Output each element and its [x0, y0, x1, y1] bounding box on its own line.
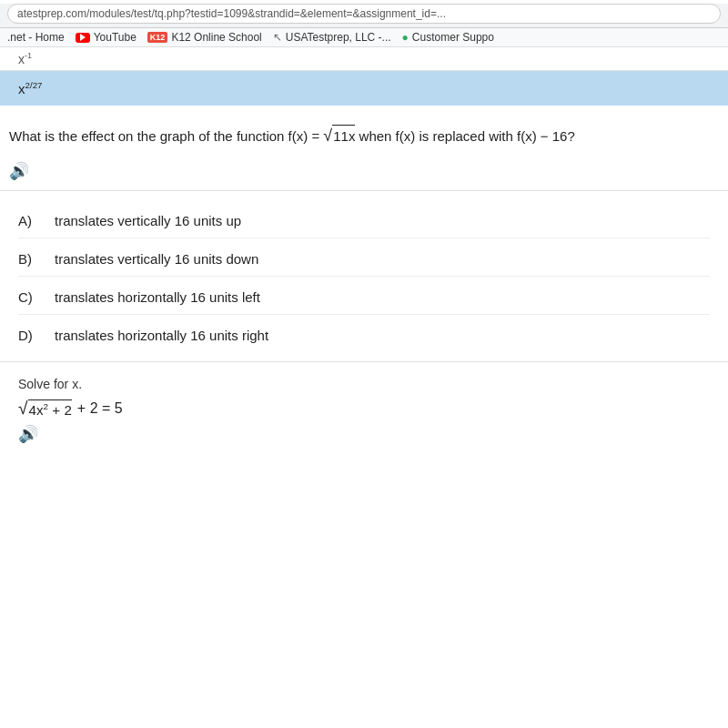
previous-answer: x-1 — [0, 47, 728, 71]
support-icon: ● — [402, 31, 409, 44]
main-content: x-1 x2/27 What is the effect on the grap… — [0, 47, 728, 448]
bookmark-label: USATestprep, LLC -... — [286, 31, 391, 44]
bookmark-label: Customer Suppo — [412, 31, 494, 44]
choice-text-a: translates vertically 16 units up — [55, 213, 241, 228]
question-text-before: What is the effect on the graph of the f… — [9, 128, 323, 144]
question-section: What is the effect on the graph of the f… — [0, 106, 728, 191]
choice-row-a[interactable]: A) translates vertically 16 units up — [18, 200, 710, 238]
next-speaker-icon: 🔊 — [18, 424, 38, 444]
cursor-icon: ↖ — [273, 31, 282, 44]
next-sqrt-content: 4x2 + 2 — [28, 399, 72, 418]
bookmark-k12[interactable]: K12 K12 Online School — [147, 31, 262, 44]
sqrt-symbol: √ — [323, 124, 332, 148]
bookmark-label: .net - Home — [7, 31, 65, 44]
choices-section: A) translates vertically 16 units up B) … — [0, 191, 728, 361]
bookmark-youtube[interactable]: YouTube — [76, 31, 136, 44]
next-sqrt-symbol: √ — [18, 399, 28, 419]
youtube-icon — [76, 33, 90, 43]
choice-text-d: translates horizontally 16 units right — [55, 328, 268, 343]
bookmark-net-home[interactable]: .net - Home — [7, 31, 65, 44]
highlighted-answer-text: x2/27 — [18, 81, 42, 96]
bookmarks-bar: .net - Home YouTube K12 K12 Online Schoo… — [0, 28, 728, 47]
question-text-after: when f(x) is replaced with f(x) − 16? — [359, 128, 575, 144]
bookmark-label: K12 Online School — [171, 31, 261, 44]
bookmark-customer-support[interactable]: ● Customer Suppo — [402, 31, 494, 44]
choice-row-b[interactable]: B) translates vertically 16 units down — [18, 238, 710, 277]
next-question-label: Solve for x. — [18, 377, 710, 391]
next-formula-rest: + 2 = 5 — [77, 400, 123, 417]
choice-text-b: translates vertically 16 units down — [55, 251, 258, 267]
choice-label-c: C) — [18, 289, 55, 305]
next-question-section: Solve for x. √ 4x2 + 2 + 2 = 5 🔊 — [0, 361, 728, 448]
audio-button[interactable]: 🔊 — [9, 161, 29, 181]
address-bar[interactable]: atestprep.com/modules/test/tq.php?testid… — [7, 4, 721, 24]
bookmark-usatestprep[interactable]: ↖ USATestprep, LLC -... — [273, 31, 391, 44]
speaker-icon: 🔊 — [9, 161, 29, 181]
next-audio-button[interactable]: 🔊 — [18, 424, 38, 444]
choice-label-b: B) — [18, 251, 55, 267]
choice-row-d[interactable]: D) translates horizontally 16 units righ… — [18, 315, 710, 352]
choice-row-c[interactable]: C) translates horizontally 16 units left — [18, 277, 710, 315]
choice-text-c: translates horizontally 16 units left — [55, 289, 260, 305]
choice-label-a: A) — [18, 213, 55, 228]
k12-badge: K12 — [147, 32, 168, 43]
next-question-formula: √ 4x2 + 2 + 2 = 5 — [18, 399, 710, 419]
prev-answer-text: x-1 — [18, 52, 32, 66]
sqrt-expression: √ 11x — [323, 124, 355, 148]
bookmark-label: YouTube — [94, 31, 136, 44]
choice-label-d: D) — [18, 328, 55, 343]
question-text: What is the effect on the graph of the f… — [9, 124, 710, 148]
sqrt-content: 11x — [332, 125, 355, 147]
next-sqrt-wrapper: √ 4x2 + 2 — [18, 399, 72, 419]
highlighted-answer[interactable]: x2/27 — [0, 71, 728, 106]
